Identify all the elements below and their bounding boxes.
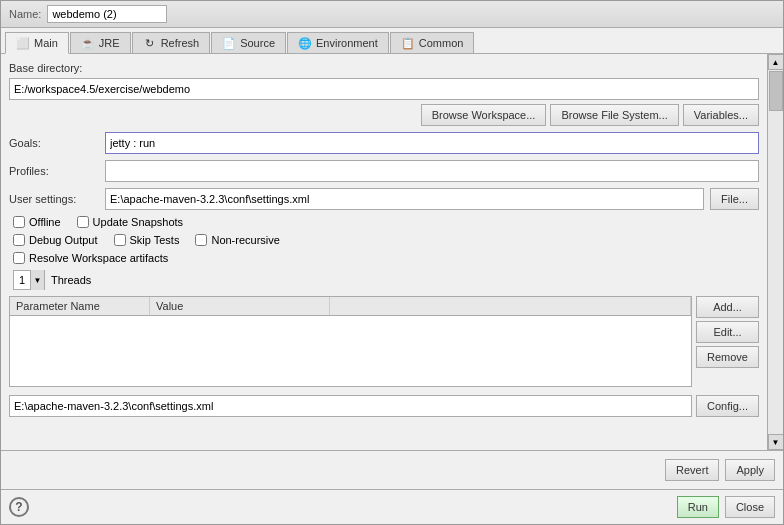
help-icon[interactable]: ? (9, 497, 29, 517)
variables-button[interactable]: Variables... (683, 104, 759, 126)
table-body (10, 316, 691, 386)
add-button[interactable]: Add... (696, 296, 759, 318)
update-snapshots-checkbox-item[interactable]: Update Snapshots (77, 216, 184, 228)
tab-source[interactable]: 📄 Source (211, 32, 286, 53)
user-settings-label: User settings: (9, 193, 99, 205)
tab-jre[interactable]: ☕ JRE (70, 32, 131, 53)
skip-tests-checkbox[interactable] (114, 234, 126, 246)
non-recursive-checkbox-item[interactable]: Non-recursive (195, 234, 279, 246)
bottom-action-bar: Revert Apply (1, 450, 783, 489)
apply-button[interactable]: Apply (725, 459, 775, 481)
checkboxes-row-3: Resolve Workspace artifacts (9, 252, 759, 264)
table-col-value: Value (150, 297, 330, 315)
goals-row: Goals: (9, 132, 759, 154)
run-configuration-dialog: Name: ⬜ Main ☕ JRE ↻ Refresh 📄 Source 🌐 … (0, 0, 784, 525)
scroll-thumb[interactable] (769, 71, 783, 111)
threads-row: 1 ▼ Threads (9, 270, 759, 290)
user-settings-input[interactable] (105, 188, 704, 210)
resolve-workspace-label: Resolve Workspace artifacts (29, 252, 168, 264)
file-button[interactable]: File... (710, 188, 759, 210)
offline-checkbox-item[interactable]: Offline (13, 216, 61, 228)
remove-button[interactable]: Remove (696, 346, 759, 368)
goals-input[interactable] (105, 132, 759, 154)
threads-arrow[interactable]: ▼ (30, 270, 44, 290)
threads-value: 1 (14, 274, 30, 286)
base-directory-buttons: Browse Workspace... Browse File System..… (9, 104, 759, 126)
revert-button[interactable]: Revert (665, 459, 719, 481)
close-button[interactable]: Close (725, 496, 775, 518)
truncated-bar: Config... (9, 393, 759, 419)
profiles-label: Profiles: (9, 165, 99, 177)
title-bar: Name: (1, 1, 783, 28)
user-settings-row: User settings: File... (9, 188, 759, 210)
resolve-workspace-checkbox-item[interactable]: Resolve Workspace artifacts (13, 252, 168, 264)
table-col-name: Parameter Name (10, 297, 150, 315)
profiles-input[interactable] (105, 160, 759, 182)
base-directory-label: Base directory: (9, 62, 759, 74)
debug-output-checkbox-item[interactable]: Debug Output (13, 234, 98, 246)
table-col-extra (330, 297, 691, 315)
profiles-row: Profiles: (9, 160, 759, 182)
checkboxes-row-1: Offline Update Snapshots (9, 216, 759, 228)
source-icon: 📄 (222, 36, 236, 50)
parameter-table-area: Parameter Name Value Add... Edit... Remo… (9, 296, 759, 387)
base-directory-section: Base directory: Browse Workspace... Brow… (9, 62, 759, 126)
truncated-input[interactable] (9, 395, 692, 417)
scroll-down-button[interactable]: ▼ (768, 434, 784, 450)
threads-label: Threads (51, 274, 91, 286)
tab-refresh[interactable]: ↻ Refresh (132, 32, 211, 53)
offline-checkbox[interactable] (13, 216, 25, 228)
name-input[interactable] (47, 5, 167, 23)
scroll-up-button[interactable]: ▲ (768, 54, 784, 70)
tab-main[interactable]: ⬜ Main (5, 32, 69, 54)
debug-output-checkbox[interactable] (13, 234, 25, 246)
debug-output-label: Debug Output (29, 234, 98, 246)
edit-button[interactable]: Edit... (696, 321, 759, 343)
config-button[interactable]: Config... (696, 395, 759, 417)
base-directory-input[interactable] (9, 78, 759, 100)
main-icon: ⬜ (16, 36, 30, 50)
run-button[interactable]: Run (677, 496, 719, 518)
jre-icon: ☕ (81, 36, 95, 50)
browse-workspace-button[interactable]: Browse Workspace... (421, 104, 547, 126)
browse-file-system-button[interactable]: Browse File System... (550, 104, 678, 126)
main-panel: Base directory: Browse Workspace... Brow… (1, 54, 767, 450)
tab-environment[interactable]: 🌐 Environment (287, 32, 389, 53)
scroll-track (768, 70, 783, 434)
non-recursive-checkbox[interactable] (195, 234, 207, 246)
footer-bar: ? Run Close (1, 489, 783, 524)
refresh-icon: ↻ (143, 36, 157, 50)
offline-label: Offline (29, 216, 61, 228)
threads-dropdown[interactable]: 1 ▼ (13, 270, 45, 290)
skip-tests-checkbox-item[interactable]: Skip Tests (114, 234, 180, 246)
update-snapshots-label: Update Snapshots (93, 216, 184, 228)
tab-common[interactable]: 📋 Common (390, 32, 475, 53)
resolve-workspace-checkbox[interactable] (13, 252, 25, 264)
update-snapshots-checkbox[interactable] (77, 216, 89, 228)
scrollbar[interactable]: ▲ ▼ (767, 54, 783, 450)
skip-tests-label: Skip Tests (130, 234, 180, 246)
common-icon: 📋 (401, 36, 415, 50)
checkboxes-row-2: Debug Output Skip Tests Non-recursive (9, 234, 759, 246)
goals-label: Goals: (9, 137, 99, 149)
tabs-bar: ⬜ Main ☕ JRE ↻ Refresh 📄 Source 🌐 Enviro… (1, 28, 783, 54)
non-recursive-label: Non-recursive (211, 234, 279, 246)
footer-buttons: Run Close (677, 496, 775, 518)
content-area: Base directory: Browse Workspace... Brow… (1, 54, 783, 450)
table-action-buttons: Add... Edit... Remove (696, 296, 759, 387)
environment-icon: 🌐 (298, 36, 312, 50)
title-name-label: Name: (9, 8, 41, 20)
table-header: Parameter Name Value (10, 297, 691, 316)
parameter-table: Parameter Name Value (9, 296, 692, 387)
